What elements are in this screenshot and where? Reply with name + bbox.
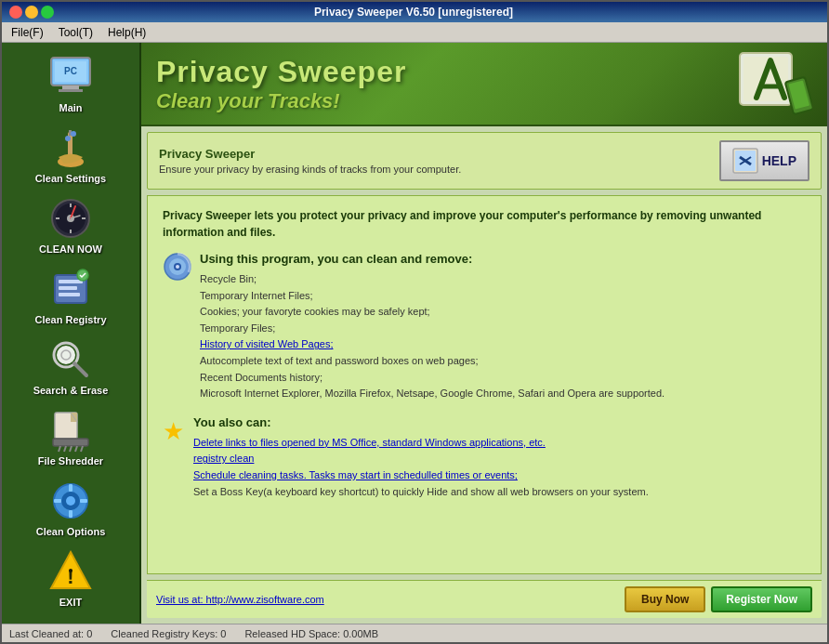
list-item: Recycle Bin;	[200, 271, 665, 288]
info-title: Privacy Sweeper	[159, 147, 461, 161]
list-item: registry clean	[193, 451, 649, 467]
title-bar: Privacy Sweeper V6.50 [unregistered]	[2, 2, 827, 22]
feature-1-heading: Using this program, you can clean and re…	[200, 252, 665, 266]
sidebar-label-clean-options: Clean Options	[36, 526, 106, 537]
svg-rect-2	[62, 85, 79, 89]
sidebar-item-clean-options[interactable]: Clean Options	[10, 474, 131, 541]
svg-line-31	[70, 446, 72, 452]
feature-2-text: You also can: Delete links to files open…	[193, 415, 649, 500]
sidebar-label-exit: EXIT	[59, 597, 82, 608]
sidebar-label-file-shredder: File Shredder	[38, 455, 103, 467]
info-text: Privacy Sweeper Ensure your privacy by e…	[159, 147, 461, 175]
registry-icon	[47, 266, 94, 312]
intro-text: Privacy Sweeper lets you protect your pr…	[163, 207, 806, 241]
sidebar-item-search-erase[interactable]: Search & Erase	[10, 333, 131, 400]
sidebar-item-main[interactable]: PC Main	[10, 50, 131, 117]
text-content: Privacy Sweeper lets you protect your pr…	[147, 195, 822, 574]
banner-subtitle: Clean your Tracks!	[156, 89, 406, 113]
svg-rect-20	[59, 286, 77, 290]
window-title: Privacy Sweeper V6.50 [unregistered]	[314, 6, 513, 19]
info-panel: Privacy Sweeper Ensure your privacy by e…	[147, 132, 822, 190]
banner-logo	[738, 51, 812, 116]
menu-help[interactable]: Help(H)	[102, 24, 151, 41]
last-cleaned: Last Cleaned at: 0	[9, 628, 92, 639]
svg-text:PC: PC	[64, 66, 77, 76]
monitor-icon: PC	[47, 54, 94, 100]
registry-keys: Cleaned Registry Keys: 0	[111, 628, 226, 639]
sidebar-item-clean-settings[interactable]: Clean Settings	[10, 121, 131, 188]
svg-point-43	[69, 569, 72, 572]
info-description: Ensure your privacy by erasing kinds of …	[159, 164, 461, 175]
svg-text:!: !	[67, 565, 73, 588]
sidebar-label-clean-now: CLEAN NOW	[39, 243, 102, 255]
list-item: Schedule cleaning tasks. Tasks may start…	[193, 467, 649, 484]
svg-line-30	[64, 446, 66, 452]
list-item: Microsoft Internet Explorer, Mozilla Fir…	[200, 386, 665, 402]
svg-rect-19	[59, 280, 83, 283]
feature-1-text: Using this program, you can clean and re…	[200, 252, 665, 402]
bottom-buttons: Buy Now Register Now	[625, 586, 812, 612]
svg-rect-39	[54, 499, 61, 503]
svg-line-25	[74, 363, 86, 375]
list-item: Temporary Internet Files;	[200, 288, 665, 305]
sidebar-label-clean-registry: Clean Registry	[34, 314, 106, 325]
svg-line-33	[81, 446, 83, 452]
shredder-icon	[47, 407, 94, 453]
main-content: PC Main Clean Settings	[2, 43, 827, 624]
feature-2-heading: You also can:	[193, 415, 649, 429]
svg-point-9	[65, 136, 71, 141]
hd-space: Released HD Space: 0.00MB	[244, 628, 378, 639]
svg-rect-3	[59, 89, 83, 92]
list-item: Delete links to files opened by MS Offic…	[193, 435, 649, 452]
list-item: Temporary Files;	[200, 321, 665, 337]
menu-bar: File(F) Tool(T) Help(H)	[2, 22, 827, 43]
help-label: HELP	[762, 153, 796, 168]
banner: Privacy Sweeper Clean your Tracks!	[141, 43, 827, 126]
list-item: Autocomplete text of text and password b…	[200, 353, 665, 370]
options-icon	[47, 478, 94, 524]
svg-line-29	[59, 446, 60, 452]
list-item: Cookies; your favoryte cookies may be sa…	[200, 304, 665, 321]
bottom-bar: Visit us at: http://www.zisoftware.com B…	[147, 580, 822, 618]
feature-1-list: Recycle Bin; Temporary Internet Files; C…	[200, 271, 665, 402]
menu-file[interactable]: File(F)	[6, 24, 49, 41]
sidebar-label-main: Main	[59, 102, 82, 113]
svg-rect-40	[80, 499, 87, 503]
minimize-btn[interactable]	[25, 6, 38, 19]
visit-link[interactable]: Visit us at: http://www.zisoftware.com	[156, 594, 324, 605]
maximize-btn[interactable]	[41, 6, 54, 19]
svg-line-32	[75, 446, 77, 452]
svg-rect-38	[69, 510, 72, 518]
close-btn[interactable]	[9, 6, 22, 19]
svg-point-10	[71, 131, 76, 137]
list-item: History of visited Web Pages;	[200, 336, 665, 353]
svg-point-55	[176, 265, 179, 269]
main-window: Privacy Sweeper V6.50 [unregistered] Fil…	[0, 0, 829, 644]
svg-point-36	[66, 496, 75, 506]
content-area: Privacy Sweeper Clean your Tracks!	[141, 43, 827, 624]
banner-text: Privacy Sweeper Clean your Tracks!	[156, 55, 406, 113]
sidebar-item-clean-now[interactable]: CLEAN NOW	[10, 191, 131, 258]
sidebar: PC Main Clean Settings	[2, 43, 141, 624]
banner-title: Privacy Sweeper	[156, 55, 406, 89]
help-button[interactable]: HELP	[719, 140, 809, 181]
broom-icon	[47, 125, 94, 171]
feature-2-list: Delete links to files opened by MS Offic…	[193, 435, 649, 500]
menu-tool[interactable]: Tool(T)	[53, 24, 99, 41]
sidebar-item-file-shredder[interactable]: File Shredder	[10, 403, 131, 470]
buy-now-button[interactable]: Buy Now	[625, 586, 705, 612]
cd-icon	[163, 252, 191, 280]
svg-rect-28	[53, 439, 88, 446]
svg-rect-21	[59, 293, 80, 296]
sidebar-item-clean-registry[interactable]: Clean Registry	[10, 262, 131, 329]
list-item: Recent Documents history;	[200, 370, 665, 387]
svg-point-24	[57, 346, 75, 364]
sidebar-item-exit[interactable]: ! EXIT	[10, 545, 131, 611]
help-icon	[732, 148, 758, 174]
clean-now-icon	[47, 195, 94, 242]
window-controls	[9, 6, 54, 19]
star-icon: ★	[163, 417, 184, 446]
status-bar: Last Cleaned at: 0 Cleaned Registry Keys…	[2, 624, 827, 642]
register-now-button[interactable]: Register Now	[711, 586, 812, 612]
svg-rect-37	[69, 484, 72, 492]
